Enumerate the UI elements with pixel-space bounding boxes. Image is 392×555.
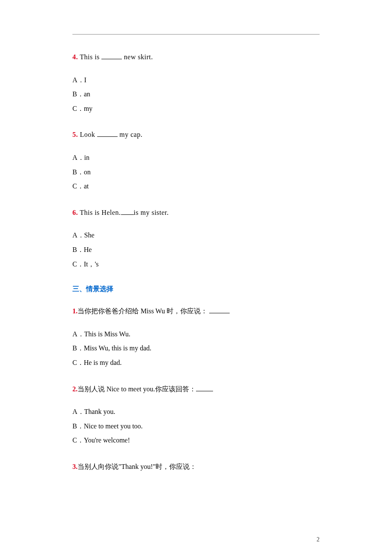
stem-prefix: This is <box>78 53 101 61</box>
stem-prefix: 当别人说 Nice to meet you.你应该回答： <box>78 385 196 393</box>
question-s3-3: 3.当别人向你说"Thank you!"时，你应说： <box>72 461 320 472</box>
question-4: 4. This is new skirt. A．I B．an C．my <box>72 52 320 116</box>
question-number: 3. <box>72 463 78 470</box>
option-c: C．You're welcome! <box>72 433 320 448</box>
question-s3-2: 2.当别人说 Nice to meet you.你应该回答： A．Thank y… <box>72 384 320 448</box>
question-stem: 6. This is Helen.is my sister. <box>72 207 320 218</box>
option-b: B．Miss Wu, this is my dad. <box>72 341 320 356</box>
section-3-title: 三、情景选择 <box>72 285 320 294</box>
options-list: A．in B．on C．at <box>72 150 320 194</box>
blank-line <box>196 384 213 391</box>
option-b: B．an <box>72 87 320 101</box>
question-stem: 5. Look my cap. <box>72 129 320 140</box>
question-number: 6. <box>72 209 78 216</box>
option-c: C．He is my dad. <box>72 356 320 370</box>
blank-line <box>97 130 118 137</box>
question-stem: 1.当你把你爸爸介绍给 Miss Wu 时，你应说： <box>72 306 320 317</box>
options-list: A．She B．He C．It，'s <box>72 228 320 271</box>
option-b: B．He <box>72 243 320 257</box>
question-number: 5. <box>72 131 78 138</box>
options-list: A．I B．an C．my <box>72 73 320 116</box>
stem-prefix: 当别人向你说"Thank you!"时，你应说： <box>78 463 196 470</box>
question-s3-1: 1.当你把你爸爸介绍给 Miss Wu 时，你应说： A．This is Mis… <box>72 306 320 370</box>
top-divider <box>72 34 320 35</box>
stem-suffix: my cap. <box>118 131 143 138</box>
blank-line <box>121 208 134 215</box>
option-a: A．She <box>72 228 320 243</box>
stem-suffix: is my sister. <box>134 209 169 216</box>
option-a: A．This is Miss Wu. <box>72 327 320 341</box>
question-number: 4. <box>72 53 78 61</box>
stem-prefix: This is Helen. <box>78 209 121 216</box>
question-5: 5. Look my cap. A．in B．on C．at <box>72 129 320 193</box>
option-a: A．I <box>72 73 320 87</box>
blank-line <box>101 52 122 59</box>
option-c: C．It，'s <box>72 257 320 272</box>
option-a: A．Thank you. <box>72 405 320 419</box>
blank-line <box>209 306 230 313</box>
question-6: 6. This is Helen.is my sister. A．She B．H… <box>72 207 320 271</box>
question-stem: 2.当别人说 Nice to meet you.你应该回答： <box>72 384 320 395</box>
option-a: A．in <box>72 150 320 165</box>
question-stem: 3.当别人向你说"Thank you!"时，你应说： <box>72 461 320 472</box>
question-number: 2. <box>72 385 78 393</box>
stem-suffix: new skirt. <box>122 53 153 61</box>
options-list: A．This is Miss Wu. B．Miss Wu, this is my… <box>72 327 320 370</box>
stem-prefix: 当你把你爸爸介绍给 Miss Wu 时，你应说： <box>78 307 209 315</box>
page-number: 2 <box>317 536 320 543</box>
option-b: B．Nice to meet you too. <box>72 419 320 434</box>
page-content: 4. This is new skirt. A．I B．an C．my 5. L… <box>0 0 392 503</box>
option-c: C．my <box>72 101 320 116</box>
question-stem: 4. This is new skirt. <box>72 52 320 63</box>
option-b: B．on <box>72 165 320 179</box>
question-number: 1. <box>72 307 78 315</box>
stem-prefix: Look <box>78 131 97 138</box>
options-list: A．Thank you. B．Nice to meet you too. C．Y… <box>72 405 320 448</box>
option-c: C．at <box>72 179 320 194</box>
